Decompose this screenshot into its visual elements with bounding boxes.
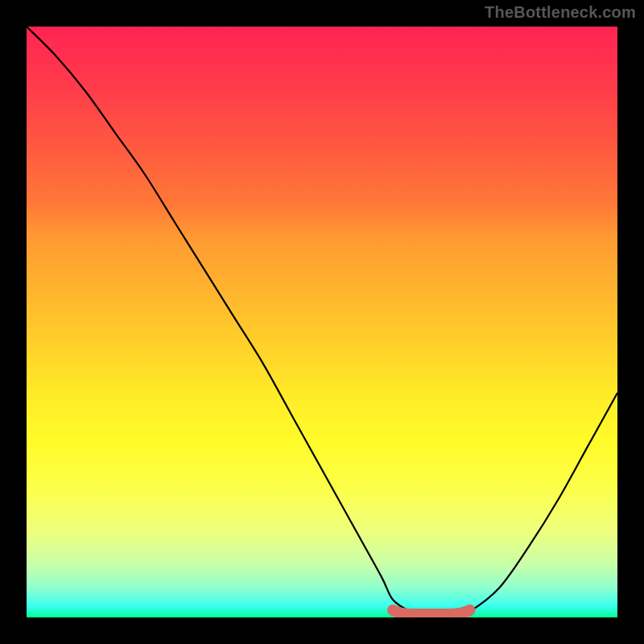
bottleneck-curve [27, 27, 617, 617]
plot-area [27, 27, 617, 617]
curve-svg [27, 27, 617, 617]
attribution-text: TheBottleneck.com [485, 3, 636, 22]
optimal-region-marker [393, 610, 469, 614]
chart-frame: TheBottleneck.com [0, 0, 644, 644]
